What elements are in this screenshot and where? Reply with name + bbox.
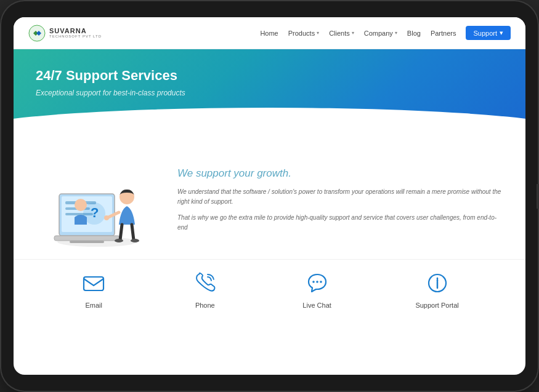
support-button[interactable]: Support ▾: [466, 26, 511, 40]
logo-text-area: SUVARNA TECHNOSOFT PVT LTD: [49, 28, 102, 38]
svg-point-21: [436, 280, 438, 282]
phone-icon: [192, 270, 219, 297]
nav-partners[interactable]: Partners: [431, 30, 456, 37]
logo-title: SUVARNA: [49, 28, 102, 34]
text-area: We support your growth. We understand th…: [177, 161, 503, 239]
email-label: Email: [86, 302, 103, 309]
hero-subtitle: Exceptional support for best-in-class pr…: [36, 89, 503, 97]
svg-point-15: [131, 239, 139, 242]
svg-text:?: ?: [91, 205, 99, 220]
support-email[interactable]: Email: [80, 270, 107, 309]
illustration-area: ?: [36, 151, 159, 249]
hero-section: 24/7 Support Services Exceptional suppor…: [14, 49, 525, 138]
svg-point-9: [75, 199, 87, 211]
nav-clients[interactable]: Clients ▾: [329, 30, 354, 37]
svg-rect-16: [84, 277, 103, 290]
svg-rect-11: [70, 241, 104, 243]
products-chevron: ▾: [317, 30, 319, 36]
support-phone[interactable]: Phone: [192, 270, 219, 309]
content-paragraph1: We understand that the software / soluti…: [177, 187, 503, 207]
svg-point-17: [312, 281, 315, 283]
portal-icon: [424, 270, 451, 297]
logo-subtitle: TECHNOSOFT PVT LTD: [49, 34, 102, 38]
svg-point-14: [115, 239, 123, 242]
nav-company[interactable]: Company ▾: [364, 30, 397, 37]
company-chevron: ▾: [395, 30, 397, 36]
svg-point-18: [316, 281, 318, 283]
portal-label: Support Portal: [415, 302, 458, 309]
logo-area: SUVARNA TECHNOSOFT PVT LTD: [28, 25, 102, 42]
navbar: SUVARNA TECHNOSOFT PVT LTD Home Products…: [14, 17, 525, 49]
content-heading: We support your growth.: [177, 167, 503, 180]
support-chevron: ▾: [500, 29, 503, 37]
support-row: Email Phone: [14, 259, 525, 316]
support-livechat[interactable]: Live Chat: [302, 270, 331, 309]
nav-home[interactable]: Home: [260, 30, 278, 37]
content-section: ?: [14, 138, 525, 259]
support-illustration: ?: [36, 151, 159, 249]
support-portal[interactable]: Support Portal: [415, 270, 458, 309]
email-icon: [80, 270, 107, 297]
svg-point-19: [320, 281, 322, 283]
clients-chevron: ▾: [352, 30, 354, 36]
content-paragraph2: That is why we go the extra mile to prov…: [177, 213, 503, 233]
svg-rect-10: [54, 236, 120, 241]
tablet-frame: SUVARNA TECHNOSOFT PVT LTD Home Products…: [0, 0, 539, 392]
logo-icon: [28, 25, 46, 42]
svg-point-13: [104, 215, 109, 220]
nav-blog[interactable]: Blog: [407, 30, 421, 37]
nav-products[interactable]: Products ▾: [288, 30, 319, 37]
chat-icon: [304, 270, 331, 297]
phone-label: Phone: [195, 302, 215, 309]
hero-title: 24/7 Support Services: [36, 68, 503, 84]
nav-links: Home Products ▾ Clients ▾ Company ▾ Blog…: [260, 26, 511, 40]
screen: SUVARNA TECHNOSOFT PVT LTD Home Products…: [14, 17, 525, 375]
livechat-label: Live Chat: [302, 302, 331, 309]
